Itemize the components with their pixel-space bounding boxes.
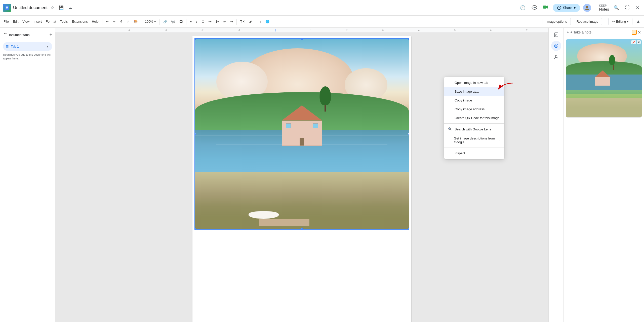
sidebar-hint: Headings you add to the document will ap… [3, 53, 52, 61]
menu-tools[interactable]: Tools [59, 19, 69, 24]
menu-extensions[interactable]: Extensions [70, 19, 89, 24]
doc-title[interactable]: Untitled document [13, 5, 48, 10]
ruler: -4-3-2-1 | 1234567 [55, 28, 548, 33]
cloud-button[interactable]: ☁ [67, 4, 74, 12]
menu-insert[interactable]: Insert [32, 19, 43, 24]
notes-fullscreen-button[interactable]: ⛶ [624, 4, 631, 12]
replace-image-button[interactable]: Replace image [573, 18, 602, 25]
ctx-separator [444, 123, 504, 124]
line-spacing-button[interactable]: ↕ [194, 19, 199, 24]
web-button[interactable]: 🌐 [264, 19, 271, 24]
indent-inc-button[interactable]: ⇥ [229, 19, 234, 24]
sidebar-tab-1[interactable]: ☰ Tab 1 ⋮ [3, 42, 52, 51]
handle-mid-right[interactable] [408, 133, 409, 135]
note-image: 📌 ✕ [566, 39, 642, 117]
menu-view[interactable]: View [21, 19, 31, 24]
main-content: ← Document tabs + ☰ Tab 1 ⋮ Headings you… [0, 28, 644, 322]
format-paint-button[interactable]: 🎨 [132, 19, 139, 24]
svg-point-7 [586, 6, 588, 8]
image-button[interactable]: 🖼 [178, 19, 184, 24]
sep4 [186, 19, 186, 25]
svg-point-19 [556, 46, 556, 46]
avatar[interactable] [583, 4, 591, 12]
ctx-search-lens[interactable]: Search with Google Lens [444, 125, 504, 134]
svg-rect-3 [6, 8, 8, 9]
ctx-save-image-as[interactable]: Save image as... [444, 87, 504, 96]
handle-mid-left[interactable] [194, 133, 196, 135]
bulleted-list-button[interactable]: •≡ [207, 19, 213, 24]
image-options-button[interactable]: Image options [543, 18, 571, 25]
menu-file[interactable]: File [2, 19, 10, 24]
numbered-list-button[interactable]: 1≡ [214, 19, 221, 24]
note-close-button[interactable]: ✕ [637, 40, 641, 44]
ctx-separator-2 [444, 148, 504, 148]
sidebar-people-button[interactable] [551, 52, 561, 62]
ctx-arrow-icon: › [499, 138, 500, 142]
notes-close-button[interactable]: ✕ [634, 4, 641, 12]
selected-image[interactable] [194, 38, 409, 230]
indent-dec-button[interactable]: ⇤ [222, 19, 228, 24]
toolbar: File Edit View Insert Format Tools Exten… [0, 16, 644, 28]
notes-search-button[interactable]: 🔍 [612, 4, 621, 12]
menu-format[interactable]: Format [44, 19, 58, 24]
handle-top-left[interactable] [194, 38, 196, 40]
comment-button[interactable]: 💬 [170, 19, 177, 24]
history-button[interactable]: 🕐 [518, 4, 527, 12]
ctx-open-new-tab[interactable]: Open image in new tab [444, 78, 504, 87]
note-card: 📌 ✕ [566, 39, 642, 118]
svg-point-8 [585, 9, 589, 10]
ctx-copy-image[interactable]: Copy image [444, 96, 504, 105]
handle-top-right[interactable] [408, 38, 409, 40]
context-menu: Open image in new tab Save image as... C… [444, 77, 504, 159]
handle-bottom-right[interactable] [408, 228, 409, 230]
notes-panel: + + Take a note... ✕ [564, 28, 644, 322]
back-button[interactable]: ← [3, 31, 8, 36]
collapse-toolbar-button[interactable]: ▲ [634, 17, 642, 26]
link-button[interactable]: 🔗 [162, 19, 169, 24]
add-tab-button[interactable]: + [49, 32, 52, 38]
undo-button[interactable]: ↩ [104, 19, 110, 24]
sep2 [141, 19, 141, 25]
checklist-button[interactable]: ☑ [200, 19, 206, 24]
svg-point-20 [555, 55, 557, 57]
print-button[interactable]: 🖨 [118, 19, 124, 24]
ctx-get-descriptions[interactable]: Get image descriptions from Google › [444, 134, 504, 147]
sidebar-bookmark-button[interactable] [551, 41, 561, 51]
handle-bottom-mid[interactable] [301, 228, 303, 230]
title-bar: Untitled document ☆ 💾 ☁ 🕐 💬 Share ▾ KEEP… [0, 0, 644, 16]
spellcheck-button[interactable]: ✓ [125, 19, 131, 24]
notes-minimize-button[interactable]: ✕ [638, 30, 641, 35]
star-button[interactable]: ☆ [49, 4, 56, 12]
redo-button[interactable]: ↪ [111, 19, 117, 24]
zoom-button[interactable]: 100% ▾ [143, 19, 157, 24]
sep1 [102, 19, 102, 25]
align-button[interactable]: ≡ [188, 19, 193, 24]
sidebar-left: ← Document tabs + ☰ Tab 1 ⋮ Headings you… [0, 28, 55, 322]
svg-line-10 [450, 129, 451, 130]
orange-marker-button[interactable] [632, 30, 637, 35]
clear-format-button[interactable]: T✕ [239, 19, 247, 24]
handle-bottom-left[interactable] [194, 228, 196, 230]
menu-help[interactable]: Help [90, 19, 100, 24]
paint-color-button[interactable]: 🖌 [248, 19, 254, 24]
sidebar-notes-button[interactable] [551, 30, 561, 40]
save-to-drive-button[interactable]: 💾 [57, 4, 65, 12]
chat-button[interactable]: 💬 [530, 4, 539, 12]
handle-top-mid[interactable] [301, 38, 303, 40]
tab-more-button[interactable]: ⋮ [46, 44, 50, 49]
svg-marker-5 [546, 5, 548, 9]
meet-button[interactable] [542, 4, 550, 12]
note-pin-button[interactable]: 📌 [631, 40, 636, 44]
notes-toolbar: + + Take a note... ✕ [564, 28, 644, 37]
editing-button[interactable]: ✏ Editing ▾ [608, 18, 632, 25]
share-button[interactable]: Share ▾ [553, 4, 580, 12]
svg-rect-1 [6, 7, 8, 7]
sep3 [159, 19, 160, 25]
columns-button[interactable]: ⫿ [258, 19, 263, 24]
svg-rect-4 [543, 6, 546, 9]
ctx-copy-image-address[interactable]: Copy image address [444, 105, 504, 114]
add-note-button[interactable]: + + Take a note... [567, 30, 594, 34]
ctx-inspect[interactable]: Inspect [444, 149, 504, 158]
menu-edit[interactable]: Edit [11, 19, 20, 24]
ctx-create-qr[interactable]: Create QR Code for this image [444, 114, 504, 122]
